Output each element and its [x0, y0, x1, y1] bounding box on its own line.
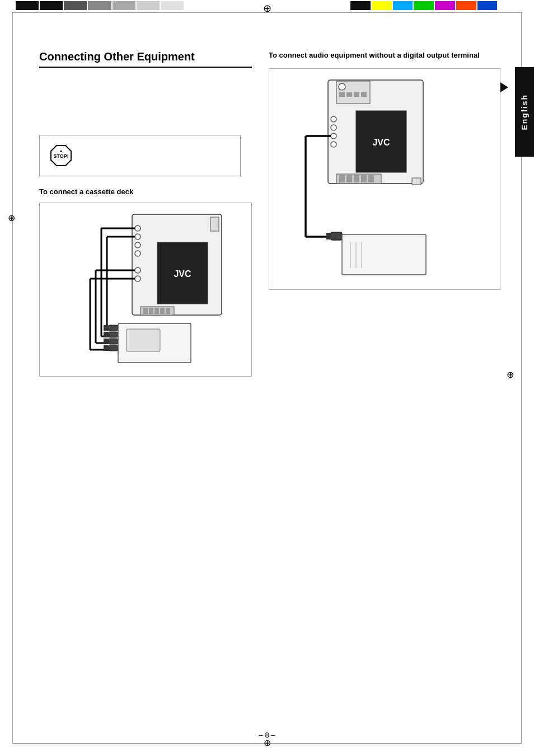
- color-block-8: [498, 1, 518, 10]
- svg-point-6: [135, 226, 140, 231]
- border-left: [12, 12, 13, 744]
- left-column: Connecting Other Equipment STOP! ▲ To co…: [39, 50, 252, 377]
- audio-subheading: To connect audio equipment without a dig…: [269, 50, 500, 60]
- svg-rect-66: [342, 234, 426, 275]
- svg-rect-16: [160, 308, 165, 314]
- left-cross-mark: ⊕: [8, 213, 15, 223]
- svg-point-9: [135, 251, 140, 256]
- language-tab-text: English: [520, 94, 529, 130]
- svg-rect-13: [143, 308, 148, 314]
- svg-text:▲: ▲: [59, 149, 63, 153]
- svg-text:STOP!: STOP!: [53, 153, 68, 159]
- top-cross-mark: ⊕: [263, 2, 271, 15]
- svg-point-51: [331, 125, 336, 130]
- main-content: Connecting Other Equipment STOP! ▲ To co…: [39, 50, 500, 722]
- stop-sign-icon: STOP! ▲: [49, 143, 73, 168]
- svg-rect-37: [108, 345, 118, 351]
- bar-block-1: [16, 1, 39, 10]
- bar-block-6: [137, 1, 160, 10]
- svg-rect-31: [108, 325, 118, 331]
- right-cross-mark: ⊕: [507, 369, 514, 380]
- cassette-subheading: To connect a cassette deck: [39, 187, 252, 196]
- svg-point-7: [135, 234, 140, 240]
- bar-block-4: [88, 1, 111, 10]
- cassette-diagram-box: JVC: [39, 203, 252, 377]
- svg-text:JVC: JVC: [372, 138, 390, 147]
- color-block-7: [477, 1, 498, 10]
- top-bar-left: [16, 1, 184, 10]
- svg-rect-55: [339, 175, 345, 182]
- bar-block-2: [40, 1, 63, 10]
- svg-rect-40: [127, 329, 160, 351]
- svg-rect-64: [331, 232, 342, 240]
- svg-rect-58: [361, 175, 367, 182]
- svg-point-8: [135, 242, 140, 248]
- svg-rect-57: [354, 175, 359, 182]
- svg-rect-65: [326, 233, 331, 240]
- color-block-5: [435, 1, 455, 10]
- svg-rect-60: [412, 178, 421, 185]
- color-block-1: [350, 1, 371, 10]
- color-block-4: [414, 1, 434, 10]
- bar-block-5: [113, 1, 135, 10]
- svg-rect-32: [104, 325, 108, 331]
- svg-point-52: [331, 133, 336, 139]
- svg-point-53: [331, 142, 336, 147]
- svg-rect-36: [104, 339, 108, 344]
- top-bar-right: [350, 1, 518, 10]
- svg-rect-46: [339, 92, 345, 97]
- svg-rect-48: [354, 92, 359, 97]
- svg-rect-35: [108, 339, 118, 344]
- color-block-2: [372, 1, 392, 10]
- svg-text:JVC: JVC: [174, 269, 191, 279]
- svg-rect-33: [108, 332, 118, 337]
- svg-rect-34: [104, 332, 108, 337]
- bar-block-7: [161, 1, 184, 10]
- svg-rect-18: [210, 217, 219, 231]
- audio-diagram-svg: JVC: [275, 74, 440, 281]
- color-block-3: [393, 1, 413, 10]
- color-block-6: [456, 1, 476, 10]
- stop-warning-box: STOP! ▲: [39, 135, 241, 176]
- svg-point-11: [135, 276, 140, 281]
- svg-rect-56: [346, 175, 352, 182]
- svg-rect-59: [368, 175, 374, 182]
- svg-point-50: [331, 116, 336, 122]
- page-number: – 8 –: [259, 731, 275, 739]
- bar-block-3: [64, 1, 87, 10]
- section-title: Connecting Other Equipment: [39, 50, 252, 68]
- svg-rect-49: [361, 92, 367, 97]
- svg-rect-15: [154, 308, 159, 314]
- svg-point-10: [135, 267, 140, 273]
- right-column: To connect audio equipment without a dig…: [269, 50, 500, 377]
- svg-rect-38: [104, 345, 108, 351]
- svg-rect-14: [149, 308, 153, 314]
- two-column-layout: Connecting Other Equipment STOP! ▲ To co…: [39, 50, 500, 377]
- svg-point-45: [339, 83, 345, 90]
- svg-rect-17: [166, 308, 170, 314]
- audio-diagram-box: JVC: [269, 68, 500, 290]
- svg-rect-47: [346, 92, 352, 97]
- cassette-diagram-svg: JVC: [45, 209, 236, 368]
- language-tab: English: [515, 67, 534, 157]
